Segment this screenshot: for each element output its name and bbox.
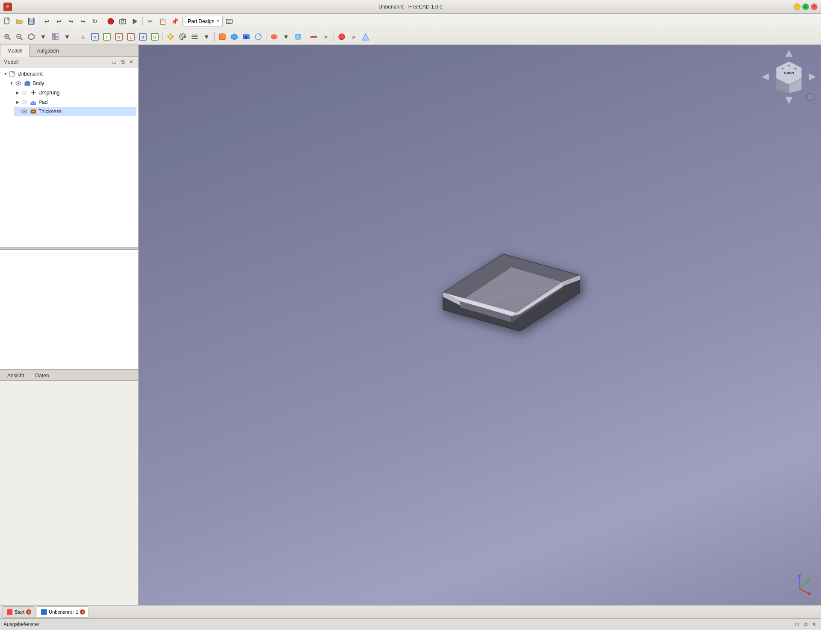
view-arrow2-btn[interactable]: ▼ xyxy=(62,31,73,42)
open-button[interactable] xyxy=(14,16,25,27)
pd-pocket-btn[interactable] xyxy=(241,31,252,42)
undo-arrow[interactable]: ↩ xyxy=(53,16,65,27)
model-close-btn[interactable]: ✕ xyxy=(128,59,135,65)
screenshot-button[interactable] xyxy=(117,16,128,27)
svg-text:V: V xyxy=(94,35,96,39)
panel-tabs: Modell Aufgaben xyxy=(0,45,138,57)
undo-button[interactable]: ↩ xyxy=(41,16,53,27)
more-btn[interactable] xyxy=(308,31,319,42)
view-extra-btn[interactable] xyxy=(189,31,200,42)
viewport-3d[interactable]: OBEN xyxy=(139,45,821,605)
tab-unbenannt[interactable]: 🟦 Unbenannt : 1 ✕ xyxy=(37,606,89,618)
tree-thickness[interactable]: Thickness xyxy=(14,107,136,116)
nav-cube[interactable]: OBEN xyxy=(761,49,817,105)
nav-arrow-left[interactable] xyxy=(761,73,770,81)
tree-body-label: Body xyxy=(32,80,44,86)
titlebar: F Unbenannt - FreeCAD 1.0.0 – □ ✕ xyxy=(0,0,821,14)
save-button[interactable] xyxy=(26,16,37,27)
svg-rect-22 xyxy=(56,37,58,40)
redo-button[interactable]: ↪ xyxy=(65,16,77,27)
toolbar-view: ▼ ▼ ⌂ V T R L B U xyxy=(0,29,821,44)
redo-arrow[interactable]: ↪ xyxy=(77,16,89,27)
tree-root-toggle[interactable]: ▼ xyxy=(3,71,9,77)
view-left-btn[interactable]: L xyxy=(125,31,136,42)
tree-ursprung-label: Ursprung xyxy=(38,90,59,96)
extra-arrow-btn[interactable]: » xyxy=(348,31,359,42)
light-btn[interactable] xyxy=(165,31,176,42)
output-close-btn[interactable]: ✕ xyxy=(811,621,818,628)
view-more-btn[interactable]: ▼ xyxy=(201,31,212,42)
nav-arrow-down[interactable] xyxy=(785,96,793,105)
copy-button[interactable]: 📋 xyxy=(157,16,168,27)
output-minimize-btn[interactable]: □ xyxy=(794,621,800,628)
macro-button[interactable] xyxy=(224,16,235,27)
workbench-dropdown[interactable]: Part Design ▼ xyxy=(185,16,223,27)
tab-aufgaben[interactable]: Aufgaben xyxy=(30,45,66,56)
extra1-btn[interactable] xyxy=(336,31,347,42)
appearance-btn[interactable] xyxy=(177,31,188,42)
paste-button[interactable]: 📌 xyxy=(169,16,180,27)
output-restore-btn[interactable]: ⧉ xyxy=(802,621,809,628)
tree-thickness-eye-icon xyxy=(21,108,28,115)
view-top-btn[interactable]: T xyxy=(101,31,112,42)
svg-marker-8 xyxy=(133,19,137,24)
extra2-btn[interactable] xyxy=(360,31,371,42)
tree-ursprung[interactable]: ▶ Ursprung xyxy=(14,88,136,97)
new-button[interactable] xyxy=(2,16,13,27)
more-arrow-btn[interactable]: » xyxy=(320,31,331,42)
model-minimize-btn[interactable]: □ xyxy=(111,59,118,65)
tab-unbenannt-close[interactable]: ✕ xyxy=(80,609,85,615)
shape-btn[interactable] xyxy=(292,31,304,42)
view-front-btn[interactable]: V xyxy=(89,31,100,42)
refresh-button[interactable]: ↻ xyxy=(89,16,100,27)
tab-ansicht[interactable]: Ansicht xyxy=(2,371,30,380)
view-bottom-btn[interactable]: U xyxy=(149,31,160,42)
maximize-button[interactable]: □ xyxy=(802,3,809,10)
view-arrow-btn[interactable]: ▼ xyxy=(38,31,49,42)
tree-ursprung-toggle[interactable]: ▶ xyxy=(15,90,21,96)
window-controls[interactable]: – □ ✕ xyxy=(794,3,818,10)
svg-line-93 xyxy=(799,580,809,589)
zoom-out-btn[interactable] xyxy=(14,31,25,42)
play-button[interactable] xyxy=(129,16,140,27)
nav-arrow-right[interactable] xyxy=(808,73,817,81)
stop-button[interactable] xyxy=(105,16,116,27)
tab-start-close[interactable]: ✕ xyxy=(26,609,31,615)
pd-pad-btn[interactable] xyxy=(229,31,240,42)
model-header-controls: □ ⧉ ✕ xyxy=(111,59,135,65)
bool-arrow-btn[interactable]: ▼ xyxy=(281,31,292,42)
cut-button[interactable]: ✂ xyxy=(145,16,156,27)
tree-pad[interactable]: ▶ Pad xyxy=(14,97,136,107)
tree-body[interactable]: ▼ Body xyxy=(8,79,136,88)
minimize-button[interactable]: – xyxy=(794,3,800,10)
tab-modell[interactable]: Modell xyxy=(0,45,30,57)
pd-sketch-btn[interactable] xyxy=(217,31,228,42)
tab-daten[interactable]: Daten xyxy=(30,371,54,380)
tree-body-toggle[interactable]: ▼ xyxy=(9,80,15,86)
properties-panel xyxy=(0,250,138,369)
model-header: Modell □ ⧉ ✕ xyxy=(0,57,138,68)
svg-text:R: R xyxy=(118,35,121,39)
zoom-fit-btn[interactable] xyxy=(2,31,13,42)
nav-home-cube[interactable] xyxy=(806,92,815,103)
svg-point-40 xyxy=(181,35,182,37)
tree-pad-toggle[interactable]: ▶ xyxy=(15,99,21,105)
tab-start[interactable]: 🟥 Start ✕ xyxy=(3,606,35,618)
view-select-btn[interactable] xyxy=(50,31,61,42)
tree-body-icon xyxy=(24,79,31,87)
view-back-btn[interactable]: B xyxy=(137,31,148,42)
close-button[interactable]: ✕ xyxy=(811,3,818,10)
bool-union-btn[interactable] xyxy=(269,31,280,42)
tree-thickness-toggle[interactable] xyxy=(15,109,21,115)
pd-revolution-btn[interactable] xyxy=(253,31,264,42)
nav-arrow-up[interactable] xyxy=(785,49,793,58)
tree-root[interactable]: ▼ Unbenannt xyxy=(2,69,136,79)
view3d-btn[interactable] xyxy=(26,31,37,42)
output-content xyxy=(0,629,821,644)
view-right-btn[interactable]: R xyxy=(113,31,124,42)
view-home-btn[interactable]: ⌂ xyxy=(77,31,89,42)
svg-point-72 xyxy=(782,68,783,70)
model-restore-btn[interactable]: ⧉ xyxy=(119,59,126,65)
bottom-tabs: 🟥 Start ✕ 🟦 Unbenannt : 1 ✕ xyxy=(0,605,821,619)
nav-cube-svg[interactable]: OBEN xyxy=(772,59,806,94)
